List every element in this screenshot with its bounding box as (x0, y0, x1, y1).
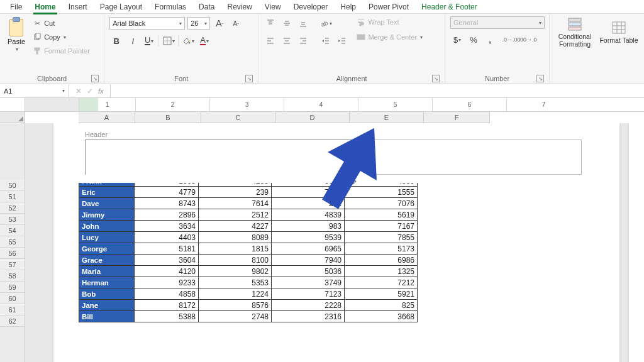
cell-value[interactable]: 1325 (345, 266, 418, 277)
row-header[interactable]: 54 (0, 225, 25, 236)
column-header-c[interactable]: C (201, 112, 275, 123)
table-row[interactable]: Herman9233535337497212 (79, 277, 418, 288)
cell-value[interactable]: 7614 (199, 198, 272, 209)
tab-view[interactable]: View (258, 1, 287, 13)
align-middle-button[interactable] (280, 16, 294, 30)
cell-value[interactable]: 5036 (272, 266, 345, 277)
tab-formulas[interactable]: Formulas (148, 1, 192, 13)
cell-value[interactable]: 1555 (345, 187, 418, 198)
cell-value[interactable]: 239 (199, 187, 272, 198)
cell-value[interactable]: 282 (272, 198, 345, 209)
cell-value[interactable]: 4858 (135, 288, 199, 300)
cell-value[interactable]: 2896 (135, 209, 199, 221)
tab-developer[interactable]: Developer (287, 1, 335, 13)
row-header[interactable]: 51 (0, 191, 25, 202)
cell-value[interactable]: 5619 (345, 209, 418, 221)
table-row[interactable]: John363442279837167 (79, 221, 418, 232)
cell-value[interactable]: 4779 (135, 187, 199, 198)
cell-value[interactable]: 7167 (345, 221, 418, 232)
cancel-formula-button[interactable]: ✕ (75, 87, 82, 96)
table-row[interactable]: Eric477923979261555 (79, 187, 418, 198)
cell-value[interactable]: 6986 (345, 255, 418, 266)
accounting-format-button[interactable]: $▾ (450, 33, 464, 47)
row-header[interactable]: 52 (0, 202, 25, 214)
cell-value[interactable]: 9539 (272, 232, 345, 243)
cell-value[interactable]: 8172 (135, 300, 199, 311)
cell-name[interactable]: Lucy (79, 232, 135, 243)
row-header[interactable]: 50 (0, 180, 25, 191)
cell-value[interactable]: 8100 (199, 255, 272, 266)
tab-page-layout[interactable]: Page Layout (94, 1, 148, 13)
cell-name[interactable]: Bill (79, 311, 135, 322)
row-header[interactable]: 53 (0, 214, 25, 225)
align-center-button[interactable] (280, 34, 294, 48)
tab-home[interactable]: Home (28, 1, 62, 13)
wrap-text-button[interactable]: Wrap Text (354, 16, 425, 28)
table-row[interactable]: Grace3604810079406986 (79, 255, 418, 266)
bold-button[interactable]: B (109, 34, 123, 48)
cell-value[interactable]: 4120 (135, 266, 199, 277)
cell-name[interactable]: John (79, 221, 135, 232)
row-header[interactable]: 55 (0, 236, 25, 248)
table-row[interactable]: Maria4120980250361325 (79, 266, 418, 277)
increase-decimal-button[interactable]: .0→.00 (504, 33, 518, 47)
cell-value[interactable]: 2316 (272, 311, 345, 322)
column-header-f[interactable]: F (424, 112, 490, 123)
row-header[interactable]: 61 (0, 304, 25, 315)
cell-value[interactable]: 4403 (135, 232, 199, 243)
header-edit-box[interactable] (85, 140, 582, 175)
format-painter-button[interactable]: Format Painter (30, 45, 92, 57)
underline-button[interactable]: U▾ (142, 34, 156, 48)
cell-name[interactable]: Maria (79, 266, 135, 277)
font-name-combo[interactable]: Arial Black ▾ (109, 17, 185, 30)
decrease-decimal-button[interactable]: .00→.0 (521, 33, 535, 47)
cell-value[interactable]: 7123 (272, 288, 345, 300)
paste-button[interactable]: Paste ▾ (5, 16, 28, 57)
align-right-button[interactable] (296, 34, 310, 48)
column-header-a[interactable]: A (79, 112, 135, 123)
cell-name[interactable]: Bob (79, 288, 135, 300)
cell-value[interactable]: 7076 (345, 198, 418, 209)
cell-value[interactable]: 8089 (199, 232, 272, 243)
font-color-button[interactable]: A ▾ (197, 34, 211, 48)
alignment-dialog-launcher[interactable]: ↘ (432, 75, 440, 82)
borders-button[interactable]: ▾ (162, 34, 175, 48)
cell-name[interactable]: Herman (79, 277, 135, 288)
cell-value[interactable]: 9233 (135, 277, 199, 288)
select-all-button[interactable] (0, 112, 25, 123)
row-header[interactable]: 58 (0, 270, 25, 282)
cell-value[interactable]: 3604 (135, 255, 199, 266)
row-header[interactable]: 60 (0, 293, 25, 304)
tab-power-pivot[interactable]: Power Pivot (362, 1, 415, 13)
decrease-indent-button[interactable] (319, 34, 333, 48)
align-left-button[interactable] (264, 34, 277, 48)
cell-value[interactable]: 3668 (345, 311, 418, 322)
cell-value[interactable]: 6965 (272, 243, 345, 255)
fill-color-button[interactable]: ▾ (181, 34, 195, 48)
align-bottom-button[interactable] (296, 16, 310, 30)
cell-value[interactable]: 5388 (135, 311, 199, 322)
tab-file[interactable]: File (4, 1, 28, 13)
table-row[interactable]: Jane817285762228825 (79, 300, 418, 311)
cell-value[interactable]: 8743 (135, 198, 199, 209)
cell-value[interactable]: 2512 (199, 209, 272, 221)
cell-name[interactable]: Jimmy (79, 209, 135, 221)
italic-button[interactable]: I (126, 34, 140, 48)
cell-value[interactable]: 5353 (199, 277, 272, 288)
cell-name[interactable]: Grace (79, 255, 135, 266)
cell-value[interactable]: 7212 (345, 277, 418, 288)
row-header[interactable]: 59 (0, 282, 25, 293)
cell-value[interactable]: 7855 (345, 232, 418, 243)
tab-help[interactable]: Help (334, 1, 362, 13)
orientation-button[interactable]: ab▾ (319, 16, 333, 30)
fx-icon[interactable]: fx (98, 87, 104, 95)
formula-bar-input[interactable] (111, 84, 644, 97)
number-format-combo[interactable]: General ▾ (450, 16, 545, 29)
tab-insert[interactable]: Insert (62, 1, 94, 13)
cell-value[interactable]: 5173 (345, 243, 418, 255)
cell-value[interactable]: 5921 (345, 288, 418, 300)
column-header-d[interactable]: D (275, 112, 350, 123)
cell-name[interactable]: George (79, 243, 135, 255)
table-row[interactable]: Lucy4403808995397855 (79, 232, 418, 243)
cell-value[interactable]: 7940 (272, 255, 345, 266)
